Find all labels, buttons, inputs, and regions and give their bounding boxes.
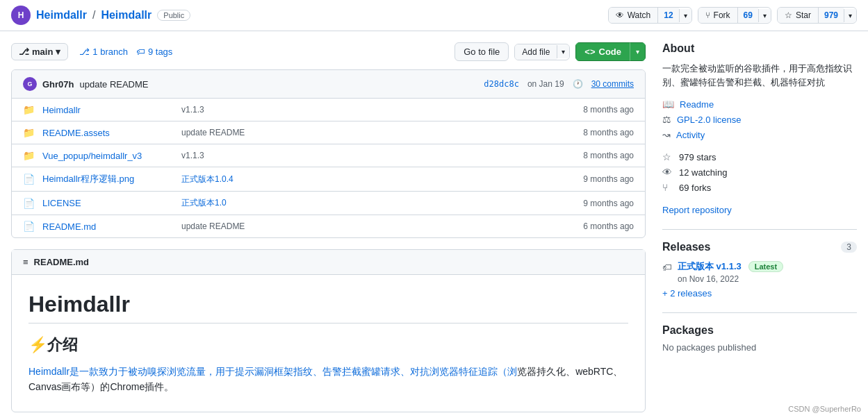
releases-count-badge: 3 [841, 242, 857, 253]
license-link-label: GPL-2.0 license [677, 115, 742, 125]
go-to-file-button[interactable]: Go to file [455, 42, 509, 61]
packages-title: Packages [662, 324, 857, 337]
file-name[interactable]: Vue_popup/heimdallr_v3 [42, 151, 181, 161]
forks-value[interactable]: 69 forks [679, 183, 711, 193]
tags-count[interactable]: 🏷 9 tags [136, 47, 172, 57]
file-time: 8 months ago [550, 151, 634, 160]
watch-group: 👁 Watch 12 ▾ [608, 7, 692, 24]
visibility-badge: Public [157, 10, 190, 21]
eye-stat-icon: 👁 [662, 167, 673, 178]
table-row: 📄 README.md update README 6 months ago [12, 215, 645, 237]
history-icon: 🕐 [573, 79, 583, 89]
about-section: About 一款完全被动监听的谷歌插件，用于高危指纹识别、蜜罐特征告警和拦截、机… [662, 42, 857, 215]
release-name-row: 正式版本 v1.1.3 Latest [678, 260, 783, 273]
add-file-button[interactable]: Add file [515, 44, 557, 60]
book-icon: 📖 [662, 99, 674, 110]
activity-icon: ↝ [662, 129, 671, 140]
commit-bar-left: G Ghr07h update README [23, 77, 149, 91]
table-row: 📄 Heimdallr程序逻辑.png 正式版本1.0.4 9 months a… [12, 167, 645, 192]
folder-icon: 📁 [23, 127, 37, 138]
branch-icon-small: ⎇ [79, 47, 90, 57]
left-panel: ⎇ main ▾ ⎇ 1 branch 🏷 9 tags Go to fil [11, 42, 646, 412]
more-releases-link[interactable]: + 2 releases [662, 288, 857, 299]
star-button[interactable]: ☆ Star [778, 8, 818, 23]
releases-section: Releases 3 🏷 正式版本 v1.1.3 Latest on Nov 1… [662, 241, 857, 299]
release-item: 🏷 正式版本 v1.1.3 Latest on Nov 16, 2022 [662, 260, 857, 284]
readme-section: ≡ README.md Heimdallr ⚡介绍 Heimdallr是一款致力… [11, 249, 646, 412]
star-stat-icon: ☆ [662, 151, 673, 162]
readme-link[interactable]: 📖 Readme [662, 99, 857, 110]
stars-stat: ☆ 979 stars [662, 151, 857, 162]
readme-link[interactable]: Heimdallr是一款致力于被动嗅探浏览流量，用于提示漏洞框架指纹、告警拦截蜜… [28, 366, 517, 377]
star-group: ☆ Star 979 ▾ [777, 7, 857, 24]
file-time: 8 months ago [550, 128, 634, 137]
file-name[interactable]: README.assets [42, 128, 181, 138]
file-name[interactable]: README.md [42, 221, 181, 232]
releases-header: Releases 3 [662, 241, 857, 253]
table-row: 📁 README.assets update README 8 months a… [12, 121, 645, 144]
scale-icon: ⚖ [662, 114, 671, 125]
activity-link-label: Activity [676, 130, 705, 140]
stars-value[interactable]: 979 stars [679, 152, 716, 162]
fork-stat-icon: ⑂ [662, 182, 673, 193]
star-label: Star [796, 10, 811, 20]
repo-name[interactable]: Heimdallr [101, 9, 152, 22]
commit-hash[interactable]: d28dc8c [484, 79, 519, 89]
top-bar: H Heimdallr / Heimdallr Public 👁 Watch 1… [0, 0, 868, 31]
commit-date: on Jan 19 [527, 79, 564, 89]
watch-button[interactable]: 👁 Watch [609, 8, 658, 23]
fork-group: ⑂ Fork 69 ▾ [698, 7, 771, 24]
star-dropdown[interactable]: ▾ [844, 9, 856, 22]
packages-section: Packages No packages published [662, 324, 857, 353]
branch-bar-right: Go to file Add file ▾ <> Code ▾ [455, 42, 646, 61]
fork-count[interactable]: 69 [737, 8, 758, 23]
file-commit-msg: update README [181, 221, 539, 231]
fork-button[interactable]: ⑂ Fork [698, 8, 737, 23]
code-dropdown[interactable]: ▾ [630, 42, 646, 61]
divider-2 [662, 312, 857, 313]
about-links: 📖 Readme ⚖ GPL-2.0 license ↝ Activity [662, 99, 857, 140]
readme-body: Heimdallr ⚡介绍 Heimdallr是一款致力于被动嗅探浏览流量，用于… [12, 275, 645, 412]
branch-select[interactable]: ⎇ main ▾ [11, 43, 68, 60]
branch-count[interactable]: ⎇ 1 branch [79, 47, 128, 57]
eye-icon: 👁 [616, 10, 624, 20]
watching-value[interactable]: 12 watching [679, 167, 727, 178]
branch-icon: ⎇ [19, 47, 29, 57]
commit-author-avatar: G [23, 77, 37, 91]
file-icon: 📄 [23, 174, 37, 185]
table-row: 📁 Heimdallr v1.1.3 8 months ago [12, 99, 645, 121]
add-file-group: Add file ▾ [514, 44, 570, 60]
watch-dropdown[interactable]: ▾ [679, 9, 691, 22]
fork-dropdown[interactable]: ▾ [758, 9, 771, 22]
file-icon: 📄 [23, 221, 37, 232]
file-name[interactable]: Heimdallr [42, 105, 181, 115]
report-repo-link[interactable]: Report repository [662, 205, 732, 215]
divider-1 [662, 229, 857, 230]
file-name[interactable]: Heimdallr程序逻辑.png [42, 173, 181, 185]
tag-icon: 🏷 [136, 47, 145, 57]
commit-author[interactable]: Ghr07h [42, 79, 74, 90]
forks-stat: ⑂ 69 forks [662, 182, 857, 193]
code-icon: <> [584, 47, 595, 57]
file-commit-msg: 正式版本1.0.4 [181, 174, 539, 185]
readme-body-text: Heimdallr是一款致力于被动嗅探浏览流量，用于提示漏洞框架指纹、告警拦截蜜… [28, 364, 628, 395]
license-link[interactable]: ⚖ GPL-2.0 license [662, 114, 857, 125]
about-description: 一款完全被动监听的谷歌插件，用于高危指纹识别、蜜罐特征告警和拦截、机器特征对抗 [662, 62, 857, 89]
release-name-link[interactable]: 正式版本 v1.1.3 [678, 261, 742, 271]
watch-count[interactable]: 12 [657, 8, 678, 23]
star-count[interactable]: 979 [818, 8, 844, 23]
right-panel: About 一款完全被动监听的谷歌插件，用于高危指纹识别、蜜罐特征告警和拦截、机… [662, 42, 857, 412]
list-icon: ≡ [23, 257, 28, 267]
main-layout: ⎇ main ▾ ⎇ 1 branch 🏷 9 tags Go to fil [0, 31, 868, 420]
code-button[interactable]: <> Code [575, 42, 630, 61]
folder-icon: 📁 [23, 150, 37, 161]
add-file-dropdown[interactable]: ▾ [557, 45, 569, 58]
table-row: 📄 LICENSE 正式版本1.0 9 months ago [12, 192, 645, 215]
file-list-container: G Ghr07h update README d28dc8c on Jan 19… [11, 69, 646, 238]
commits-link[interactable]: 30 commits [591, 79, 634, 89]
file-name[interactable]: LICENSE [42, 198, 181, 208]
owner-name[interactable]: Heimdallr [36, 9, 87, 22]
file-commit-msg: 正式版本1.0 [181, 197, 539, 209]
activity-link[interactable]: ↝ Activity [662, 129, 857, 140]
file-commit-msg: v1.1.3 [181, 105, 539, 115]
